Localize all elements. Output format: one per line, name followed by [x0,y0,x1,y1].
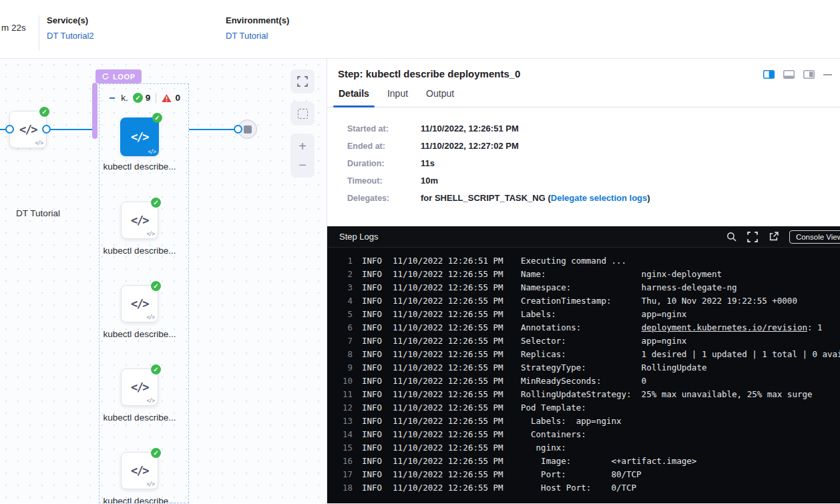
step-node[interactable]: </></>✓ [121,452,158,489]
console-view-button[interactable]: Console View [789,230,840,244]
edge-connector-dot [5,125,14,134]
step-node[interactable]: </></>✓ [121,202,158,239]
fullscreen-button[interactable] [290,69,314,93]
shell-script-icon: </> [147,481,154,487]
environments-label: Environment(s) [226,15,289,25]
logs-title: Step Logs [339,232,379,242]
shell-script-icon: </> [147,231,154,237]
logs-body[interactable]: 1INFO11/10/2022 12:26:51 PMExecuting com… [327,248,840,503]
execution-graph[interactable]: LOOP − k. ✓ 9 0 </> </> ✓ DT Tutorial [0,59,327,503]
services-block: Service(s) DT Tutorial2 [47,15,94,41]
detail-value: 11s [421,158,435,168]
code-icon: </> [131,130,148,144]
log-line: 11INFO11/10/2022 12:26:55 PMRollingUpdat… [335,388,840,401]
fullscreen-icon[interactable] [747,232,758,242]
step-label: kubectl describe... [103,495,176,503]
loop-group-strip [92,83,97,139]
zoom-out-button[interactable]: − [298,159,306,171]
step-title: Step: kubectl describe deployments_0 [338,68,520,79]
success-check-icon: ✓ [151,364,161,374]
shell-script-icon: </> [35,140,43,146]
service-link[interactable]: DT Tutorial2 [47,31,94,41]
step-label: kubectl describe... [103,244,176,257]
detail-label: Started at: [347,124,421,134]
loop-icon [101,73,110,80]
shell-script-icon: </> [147,398,154,404]
log-line: 17INFO11/10/2022 12:26:55 PM Port: 80/TC… [335,468,840,481]
success-check-icon: ✓ [151,448,161,458]
details-tabs: Details Input Output [327,88,840,107]
search-icon[interactable] [726,232,737,242]
log-annotation-link[interactable]: deployment.kubernetes.io/revision [642,322,807,332]
logs-actions: Console View [726,230,833,244]
log-line: 8INFO11/10/2022 12:26:55 PMReplicas: 1 d… [335,348,840,361]
fullscreen-icon [297,76,308,87]
execution-summary-bar: m 22s Service(s) DT Tutorial2 Environmen… [0,0,840,59]
collapse-group-icon[interactable]: − [109,95,115,101]
open-in-new-tab-icon[interactable] [769,232,779,242]
detail-row-duration: Duration: 11s [347,158,840,168]
log-line: 1INFO11/10/2022 12:26:51 PMExecuting com… [335,254,840,268]
step-node[interactable]: </></>✓ [121,285,158,322]
step-node[interactable]: </></>✓ [120,117,159,156]
tab-details[interactable]: Details [339,88,369,107]
zoom-in-button[interactable]: + [298,140,306,152]
marquee-select-button[interactable] [290,101,314,125]
pipeline-duration: m 22s [1,23,26,33]
log-line: 3INFO11/10/2022 12:26:55 PMNamespace: ha… [335,281,840,294]
detail-row-ended-at: Ended at: 11/10/2022, 12:27:02 PM [347,141,840,151]
group-name: k. [121,93,128,103]
divider [156,93,156,103]
step-label: kubectl describe... [103,411,176,424]
bottom-view-icon[interactable] [783,70,795,79]
step-node[interactable]: </></>✓ [121,368,158,406]
tab-output[interactable]: Output [426,88,454,107]
services-label: Service(s) [47,15,94,25]
loop-badge: LOOP [95,69,142,83]
detail-rows: Started at: 11/10/2022, 12:26:51 PM Ende… [327,107,840,203]
graph-edge [189,129,238,130]
environment-link[interactable]: DT Tutorial [226,31,289,41]
detail-value: 11/10/2022, 12:27:02 PM [421,141,519,151]
log-line: 5INFO11/10/2022 12:26:55 PMLabels: app=n… [335,308,840,321]
detail-label: Ended at: [347,142,421,151]
log-line: 18INFO11/10/2022 12:26:55 PM Host Port: … [335,481,840,495]
edge-connector-dot [234,125,242,134]
step-logs-panel: Step Logs Console View 1INFO11/10/2022 1… [327,226,840,503]
environments-block: Environment(s) DT Tutorial [226,15,289,41]
code-icon: </> [19,123,37,136]
success-count: 9 [146,93,151,103]
log-line: 14INFO11/10/2022 12:26:55 PM Containers: [335,428,840,441]
detail-value: 11/10/2022, 12:26:51 PM [421,123,519,134]
loop-badge-label: LOOP [113,73,136,81]
zoom-controls: + − [290,134,314,178]
minimize-icon[interactable] [823,74,832,75]
log-line: 2INFO11/10/2022 12:26:55 PMName: nginx-d… [335,268,840,281]
stop-square-icon [244,125,252,134]
start-step-node[interactable]: </> </> ✓ DT Tutorial [9,111,47,148]
log-line: 13INFO11/10/2022 12:26:55 PM Labels: app… [335,415,840,428]
panel-view-controls [763,68,832,79]
detail-row-started-at: Started at: 11/10/2022, 12:26:51 PM [347,123,840,134]
success-check-icon: ✓ [39,107,49,117]
step-details-panel: Step: kubectl describe deployments_0 [327,59,840,503]
tab-input[interactable]: Input [387,88,408,107]
success-check-icon: ✓ [151,198,161,208]
logs-header: Step Logs Console View [327,226,840,248]
detail-row-timeout: Timeout: 10m [347,176,840,186]
error-count: 0 [175,93,180,103]
success-check-icon: ✓ [152,113,162,123]
loop-group-header: − k. ✓ 9 0 [109,93,186,103]
log-line: 6INFO11/10/2022 12:26:55 PMAnnotations: … [335,321,840,334]
log-line: 9INFO11/10/2022 12:26:55 PMStrategyType:… [335,361,840,374]
delegate-selection-logs-link[interactable]: Delegate selection logs [551,193,648,203]
warning-triangle-icon [162,93,172,103]
step-label: kubectl describe... [103,160,176,173]
side-panel-view-icon[interactable] [803,70,815,79]
code-icon: </> [131,297,148,310]
start-node-label: DT Tutorial [1,208,75,218]
divider [39,15,39,51]
code-icon: </> [131,464,148,477]
split-right-view-icon[interactable] [763,70,775,79]
detail-label: Duration: [347,159,421,168]
